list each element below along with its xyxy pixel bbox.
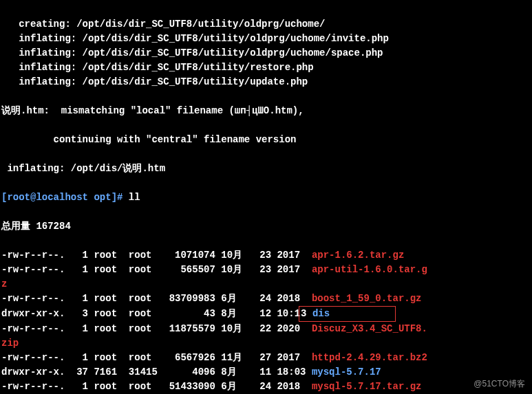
list-item: -rw-r--r--. 1 root root 83709983 6月 24 2…: [1, 292, 531, 306]
total-line: 总用量 167284: [1, 219, 531, 234]
filename: dis: [312, 308, 330, 319]
filename-wrap: zip: [1, 336, 531, 351]
filename: mysql-5.7.17: [312, 366, 381, 377]
filename: boost_1_59_0.tar.gz: [312, 293, 422, 304]
warning-line: continuing with "central" filename versi…: [1, 133, 531, 147]
list-item: -rw-r--r--. 1 root root 1071074 10月 23 2…: [1, 248, 531, 263]
row-meta: -rw-r--r--. 1 root root 83709983 6月 24 2…: [1, 293, 312, 304]
watermark: @51CTO博客: [474, 377, 525, 390]
prompt-userhost: [root@localhost opt]: [1, 192, 117, 203]
filename: apr-1.6.2.tar.gz: [312, 250, 404, 261]
list-item: -rw-r--r--. 1 root root 51433090 6月 24 2…: [1, 380, 531, 394]
output-line: inflating: /opt/dis/dir_SC_UTF8/utility/…: [1, 46, 531, 61]
row-meta: -rw-r--r--. 1 root root 1071074 10月 23 2…: [1, 250, 312, 261]
row-meta: -rw-r--r--. 1 root root 6567926 11月 27 2…: [1, 352, 312, 363]
output-line: inflating: /opt/dis/dir_SC_UTF8/utility/…: [1, 32, 531, 46]
output-line: creating: /opt/dis/dir_SC_UTF8/utility/o…: [1, 17, 531, 32]
filename-wrap: z: [1, 277, 531, 292]
list-item: -rw-r--r--. 1 root root 11875579 10月 22 …: [1, 322, 531, 336]
row-meta: -rw-r--r--. 1 root root 565507 10月 23 20…: [1, 264, 312, 275]
list-item: drwxr-xr-x. 37 7161 31415 4096 8月 11 18:…: [1, 365, 531, 380]
row-meta: -rw-r--r--. 1 root root 51433090 6月 24 2…: [1, 381, 312, 392]
list-item: -rw-r--r--. 1 root root 565507 10月 23 20…: [1, 263, 531, 277]
row-meta: drwxr-xr-x. 3 root root 43 8月 12 10:1: [1, 308, 300, 319]
warning-line: 说明.htm: mismatching "local" filename (шп…: [1, 104, 531, 118]
output-line: inflating: /opt/dis/dir_SC_UTF8/utility/…: [1, 75, 531, 89]
filename: mysql-5.7.17.tar.gz: [312, 381, 422, 392]
prompt-line[interactable]: [root@localhost opt]# ll: [1, 190, 531, 205]
filename: apr-util-1.6.0.tar.g: [312, 264, 427, 275]
prompt-command-text: ll: [129, 192, 140, 203]
filename: httpd-2.4.29.tar.bz2: [312, 352, 427, 363]
list-item: drwxr-xr-x. 3 root root 43 8月 12 10:13 d…: [1, 306, 531, 322]
inflate-line: inflating: /opt/dis/说明.htm: [1, 162, 531, 176]
highlight-box: 3 dis: [299, 306, 395, 322]
prompt-command: [123, 192, 128, 203]
filename: Discuz_X3.4_SC_UTF8.: [312, 323, 427, 334]
row-meta: -rw-r--r--. 1 root root 11875579 10月 22 …: [1, 323, 312, 334]
output-line: inflating: /opt/dis/dir_SC_UTF8/utility/…: [1, 61, 531, 75]
list-item: -rw-r--r--. 1 root root 6567926 11月 27 2…: [1, 351, 531, 365]
row-meta: drwxr-xr-x. 37 7161 31415 4096 8月 11 18:…: [1, 366, 312, 377]
terminal-output[interactable]: creating: /opt/dis/dir_SC_UTF8/utility/o…: [0, 0, 532, 394]
